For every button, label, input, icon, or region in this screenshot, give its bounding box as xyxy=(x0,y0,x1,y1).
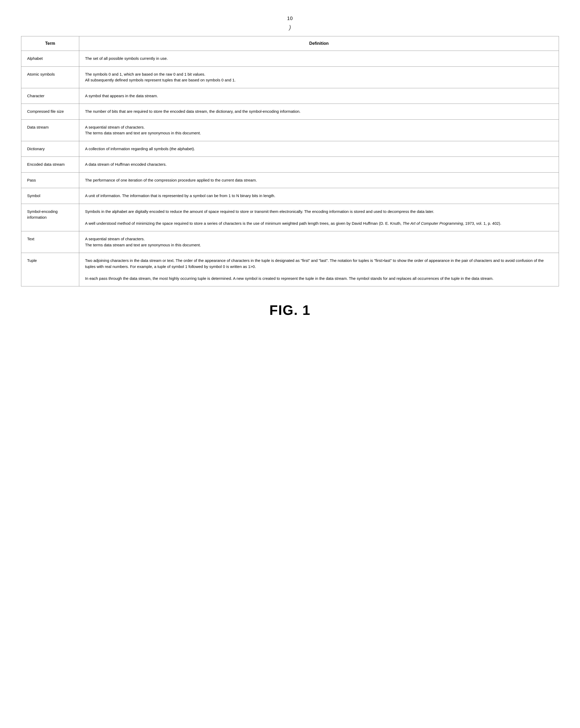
definitions-table: Term Definition AlphabetThe set of all p… xyxy=(21,36,559,286)
table-row: Encoded data streamA data stream of Huff… xyxy=(21,157,559,173)
term-cell: Character xyxy=(21,88,79,104)
term-cell: Data stream xyxy=(21,119,79,141)
table-row: TextA sequential stream of characters.Th… xyxy=(21,231,559,253)
table-row: AlphabetThe set of all possible symbols … xyxy=(21,51,559,67)
table-row: Compressed file sizeThe number of bits t… xyxy=(21,104,559,120)
definition-cell: The set of all possible symbols currentl… xyxy=(79,51,559,67)
definition-cell: A symbol that appears in the data stream… xyxy=(79,88,559,104)
table-row: CharacterA symbol that appears in the da… xyxy=(21,88,559,104)
definition-cell: A collection of information regarding al… xyxy=(79,141,559,157)
term-cell: Compressed file size xyxy=(21,104,79,120)
table-row: DictionaryA collection of information re… xyxy=(21,141,559,157)
term-cell: Text xyxy=(21,231,79,253)
definition-cell: A unit of information. The information t… xyxy=(79,188,559,204)
definition-cell: The performance of one iteration of the … xyxy=(79,172,559,188)
table-row: PassThe performance of one iteration of … xyxy=(21,172,559,188)
bracket-mark: ) xyxy=(21,24,559,31)
term-cell: Pass xyxy=(21,172,79,188)
term-cell: Alphabet xyxy=(21,51,79,67)
term-cell: Tuple xyxy=(21,253,79,286)
definition-cell: The symbols 0 and 1, which are based on … xyxy=(79,67,559,88)
term-cell: Dictionary xyxy=(21,141,79,157)
definition-cell: A sequential stream of characters.The te… xyxy=(79,231,559,253)
table-row: SymbolA unit of information. The informa… xyxy=(21,188,559,204)
term-cell: Atomic symbols xyxy=(21,67,79,88)
definition-cell: A sequential stream of characters.The te… xyxy=(79,119,559,141)
table-row: Data streamA sequential stream of charac… xyxy=(21,119,559,141)
term-cell: Symbol xyxy=(21,188,79,204)
table-row: Atomic symbolsThe symbols 0 and 1, which… xyxy=(21,67,559,88)
term-cell: Encoded data stream xyxy=(21,157,79,173)
definition-cell: A data stream of Huffman encoded charact… xyxy=(79,157,559,173)
page-number: 10 xyxy=(21,16,559,21)
term-cell: Symbol-encoding information xyxy=(21,204,79,231)
header-definition: Definition xyxy=(79,36,559,51)
header-term: Term xyxy=(21,36,79,51)
table-row: Symbol-encoding informationSymbols in th… xyxy=(21,204,559,231)
definition-cell: Symbols in the alphabet are digitally en… xyxy=(79,204,559,231)
table-row: TupleTwo adjoining characters in the dat… xyxy=(21,253,559,286)
figure-caption: FIG. 1 xyxy=(21,302,559,318)
definition-cell: The number of bits that are required to … xyxy=(79,104,559,120)
definition-cell: Two adjoining characters in the data str… xyxy=(79,253,559,286)
